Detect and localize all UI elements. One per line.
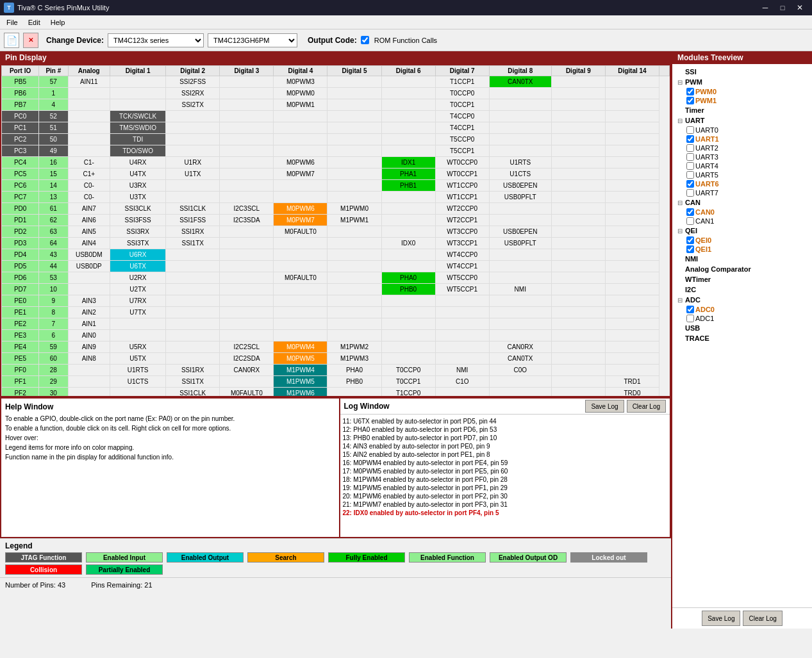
d8-cell[interactable]	[489, 295, 551, 307]
table-row[interactable]: PC614C0-U3RXPHB1WT1CCP0USB0EPEN	[2, 180, 670, 192]
tree-child-pwm0[interactable]: PWM0	[685, 87, 809, 96]
d8-cell[interactable]	[489, 215, 551, 226]
table-row[interactable]: PD364AIN4SSI3TXSSI1TXIDX0WT3CCP1USB0PFLT	[2, 238, 670, 249]
d5-cell[interactable]	[327, 169, 381, 180]
port-cell[interactable]: PD4	[2, 249, 39, 261]
d8-cell[interactable]	[489, 99, 551, 111]
d6-cell[interactable]	[381, 353, 435, 365]
d9-cell[interactable]	[551, 353, 605, 365]
d14-cell[interactable]	[605, 365, 659, 376]
port-cell[interactable]: PB7	[2, 99, 39, 111]
d7-cell[interactable]	[435, 318, 489, 330]
d5-cell[interactable]	[327, 238, 381, 249]
analog-cell[interactable]: AIN7	[68, 203, 110, 215]
d3-cell[interactable]: CAN0RX	[220, 365, 274, 376]
table-row[interactable]: PD162AIN6SSI3FSSSSI1FSSI2C3SDAM0PWM7M1PW…	[2, 215, 670, 226]
tree-checkbox-qei1[interactable]	[686, 245, 694, 253]
port-cell[interactable]: PF1	[2, 376, 39, 388]
new-button[interactable]: 📄	[4, 33, 19, 48]
pin-cell[interactable]: 52	[39, 111, 68, 122]
analog-cell[interactable]: AIN1	[68, 318, 110, 330]
analog-cell[interactable]: AIN4	[68, 238, 110, 249]
close-button[interactable]: ✕	[791, 1, 808, 14]
table-row[interactable]: PC151TMS/SWDIOT4CCP1	[2, 122, 670, 134]
pin-cell[interactable]: 64	[39, 238, 68, 249]
pin-cell[interactable]: 28	[39, 365, 68, 376]
analog-cell[interactable]: USB0DM	[68, 249, 110, 261]
d2-cell[interactable]: U1RX	[166, 157, 220, 169]
analog-cell[interactable]	[68, 99, 110, 111]
d7-cell[interactable]	[435, 353, 489, 365]
pin-cell[interactable]: 44	[39, 261, 68, 272]
d9-cell[interactable]	[551, 365, 605, 376]
d4-cell[interactable]: M0PWM3	[274, 76, 327, 88]
d5-cell[interactable]: PHA0	[327, 365, 381, 376]
tree-parent-pwm[interactable]: ⊟PWM	[675, 77, 809, 87]
d7-cell[interactable]: WT2CCP0	[435, 203, 489, 215]
d3-cell[interactable]	[220, 180, 274, 192]
d5-cell[interactable]	[327, 122, 381, 134]
rom-function-calls-checkbox[interactable]	[361, 36, 369, 44]
analog-cell[interactable]	[68, 272, 110, 284]
d3-cell[interactable]: I2C3SDA	[220, 215, 274, 226]
d3-cell[interactable]	[220, 76, 274, 88]
table-row[interactable]: PE36AIN0	[2, 330, 670, 341]
d7-cell[interactable]: T0CCP0	[435, 88, 489, 99]
pin-cell[interactable]: 59	[39, 341, 68, 353]
d2-cell[interactable]	[166, 134, 220, 145]
d6-cell[interactable]	[381, 145, 435, 157]
d3-cell[interactable]: I2C2SDA	[220, 353, 274, 365]
d1-cell[interactable]: U1RTS	[110, 365, 166, 376]
pin-cell[interactable]: 50	[39, 134, 68, 145]
port-cell[interactable]: PE5	[2, 353, 39, 365]
table-row[interactable]: PF028U1RTSSSI1RXCAN0RXM1PWM4PHA0T0CCP0NM…	[2, 365, 670, 376]
analog-cell[interactable]: AIN11	[68, 76, 110, 88]
d4-cell[interactable]: M0FAULT0	[274, 226, 327, 238]
d8-cell[interactable]	[489, 203, 551, 215]
d1-cell[interactable]	[110, 88, 166, 99]
analog-cell[interactable]: AIN8	[68, 353, 110, 365]
d7-cell[interactable]: WT2CCP1	[435, 215, 489, 226]
d5-cell[interactable]	[327, 157, 381, 169]
table-row[interactable]: PE18AIN2U7TX	[2, 307, 670, 318]
d14-cell[interactable]	[605, 145, 659, 157]
d4-cell[interactable]: M0PWM5	[274, 353, 327, 365]
d14-cell[interactable]	[605, 341, 659, 353]
minimize-button[interactable]: ─	[757, 1, 774, 14]
table-row[interactable]: PF230SSI1CLKM0FAULT0M1PWM6T1CCP0TRD0	[2, 388, 670, 398]
d14-cell[interactable]	[605, 261, 659, 272]
d6-cell[interactable]: IDX0	[381, 238, 435, 249]
d9-cell[interactable]	[551, 318, 605, 330]
analog-cell[interactable]	[68, 145, 110, 157]
d8-cell[interactable]: C0O	[489, 365, 551, 376]
d7-cell[interactable]: WT3CCP0	[435, 226, 489, 238]
port-cell[interactable]: PB6	[2, 88, 39, 99]
port-cell[interactable]: PE2	[2, 318, 39, 330]
pin-cell[interactable]: 43	[39, 249, 68, 261]
d9-cell[interactable]	[551, 134, 605, 145]
d7-cell[interactable]	[435, 307, 489, 318]
table-row[interactable]: PC250TDIT5CCP0	[2, 134, 670, 145]
d6-cell[interactable]	[381, 330, 435, 341]
d1-cell[interactable]: TDO/SWO	[110, 145, 166, 157]
tree-child-uart4[interactable]: UART4	[685, 161, 809, 170]
d6-cell[interactable]	[381, 295, 435, 307]
d4-cell[interactable]	[274, 318, 327, 330]
tree-checkbox-adc0[interactable]	[686, 306, 694, 313]
d6-cell[interactable]	[381, 261, 435, 272]
d7-cell[interactable]: WT3CCP1	[435, 238, 489, 249]
d9-cell[interactable]	[551, 192, 605, 203]
d14-cell[interactable]	[605, 295, 659, 307]
analog-cell[interactable]	[68, 376, 110, 388]
d7-cell[interactable]: WT1CCP0	[435, 180, 489, 192]
tree-child-uart5[interactable]: UART5	[685, 170, 809, 179]
d2-cell[interactable]	[166, 145, 220, 157]
d2-cell[interactable]	[166, 272, 220, 284]
d7-cell[interactable]: WT1CCP1	[435, 192, 489, 203]
d7-cell[interactable]	[435, 295, 489, 307]
d14-cell[interactable]	[605, 249, 659, 261]
d1-cell[interactable]: U6RX	[110, 249, 166, 261]
table-row[interactable]: PD544USB0DPU6TXWT4CCP1	[2, 261, 670, 272]
menu-help[interactable]: Help	[46, 17, 70, 28]
d2-cell[interactable]	[166, 330, 220, 341]
